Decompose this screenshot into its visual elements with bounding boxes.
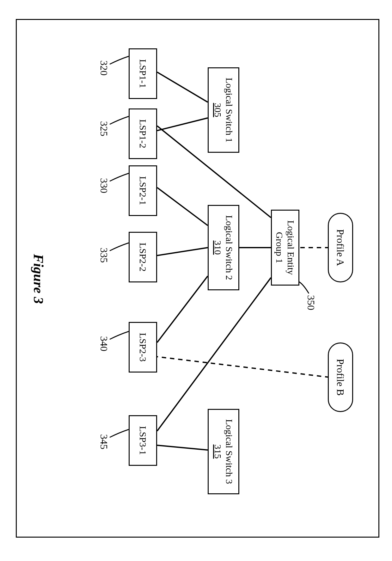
- group-label-line1: Logical Entity: [285, 220, 297, 275]
- switch-3-name: Logical Switch 3: [224, 419, 235, 484]
- profile-b: Profile B: [328, 342, 353, 412]
- svg-line-8: [157, 248, 208, 256]
- lsp1-1-label: LSP1-1: [137, 59, 149, 88]
- lsp2-2-label: LSP2-2: [137, 243, 149, 272]
- lsp1-2: LSP1-2: [129, 108, 157, 159]
- ref-330: 330: [98, 178, 110, 193]
- lsp2-3: LSP2-3: [129, 322, 157, 373]
- svg-line-7: [157, 188, 208, 225]
- svg-line-4: [157, 278, 271, 431]
- profile-a-label: Profile A: [334, 229, 346, 266]
- lsp3-1-label: LSP3-1: [137, 426, 149, 455]
- ref-340: 340: [98, 336, 110, 351]
- lsp2-1-label: LSP2-1: [137, 176, 149, 205]
- logical-switch-2: Logical Switch 2 310: [208, 205, 239, 290]
- logical-entity-group-1: Logical Entity Group 1: [271, 210, 299, 286]
- svg-line-1: [157, 357, 329, 377]
- lsp2-3-label: LSP2-3: [137, 333, 149, 362]
- switch-2-ref: 310: [212, 241, 224, 255]
- lsp2-1: LSP2-1: [129, 165, 157, 216]
- logical-switch-1: Logical Switch 1 305: [208, 67, 239, 153]
- group-label-line2: Group 1: [274, 232, 285, 263]
- profile-b-label: Profile B: [334, 359, 346, 396]
- ref-350: 350: [305, 295, 317, 310]
- lsp1-1: LSP1-1: [129, 48, 157, 99]
- svg-line-6: [157, 118, 208, 131]
- switch-1-name: Logical Switch 1: [224, 78, 235, 143]
- ref-345: 345: [98, 434, 110, 449]
- svg-line-5: [157, 72, 208, 102]
- lsp1-2-label: LSP1-2: [137, 119, 149, 148]
- switch-2-name: Logical Switch 2: [224, 215, 235, 280]
- svg-line-10: [157, 445, 208, 450]
- ref-325: 325: [98, 121, 110, 136]
- lsp2-2: LSP2-2: [129, 232, 157, 282]
- ref-335: 335: [98, 248, 110, 263]
- logical-switch-3: Logical Switch 3 315: [208, 409, 239, 494]
- svg-line-9: [157, 276, 208, 342]
- figure-caption: Figure 3: [30, 254, 46, 304]
- connector-lines: [15, 20, 378, 539]
- ref-320: 320: [98, 60, 110, 76]
- switch-1-ref: 305: [212, 103, 224, 117]
- profile-a: Profile A: [328, 213, 353, 282]
- switch-3-ref: 315: [212, 445, 224, 459]
- lsp3-1: LSP3-1: [129, 415, 157, 466]
